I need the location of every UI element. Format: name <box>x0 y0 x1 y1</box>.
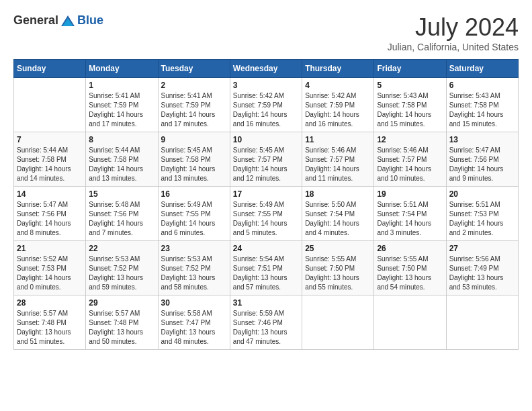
calendar-cell: 22Sunrise: 5:53 AM Sunset: 7:52 PM Dayli… <box>86 241 158 295</box>
calendar-cell: 16Sunrise: 5:49 AM Sunset: 7:55 PM Dayli… <box>158 187 230 241</box>
day-number: 17 <box>233 189 299 199</box>
calendar-cell: 12Sunrise: 5:46 AM Sunset: 7:57 PM Dayli… <box>374 132 446 187</box>
calendar-cell <box>446 295 518 350</box>
day-number: 18 <box>305 189 371 199</box>
day-info: Sunrise: 5:55 AM Sunset: 7:50 PM Dayligh… <box>305 255 371 292</box>
day-info: Sunrise: 5:43 AM Sunset: 7:58 PM Dayligh… <box>449 91 515 129</box>
day-info: Sunrise: 5:58 AM Sunset: 7:47 PM Dayligh… <box>161 309 227 347</box>
calendar-cell: 24Sunrise: 5:54 AM Sunset: 7:51 PM Dayli… <box>230 241 302 295</box>
calendar-cell: 2Sunrise: 5:41 AM Sunset: 7:59 PM Daylig… <box>158 78 230 132</box>
calendar-week-row: 1Sunrise: 5:41 AM Sunset: 7:59 PM Daylig… <box>14 78 519 132</box>
day-number: 22 <box>89 244 154 253</box>
day-info: Sunrise: 5:51 AM Sunset: 7:54 PM Dayligh… <box>377 200 443 238</box>
month-year: July 2024 <box>388 13 519 42</box>
day-info: Sunrise: 5:54 AM Sunset: 7:51 PM Dayligh… <box>233 255 299 292</box>
day-number: 12 <box>377 135 443 144</box>
day-info: Sunrise: 5:50 AM Sunset: 7:54 PM Dayligh… <box>305 200 371 238</box>
calendar-cell: 18Sunrise: 5:50 AM Sunset: 7:54 PM Dayli… <box>302 187 374 241</box>
day-number: 27 <box>449 244 515 253</box>
day-number: 20 <box>449 189 515 199</box>
day-info: Sunrise: 5:44 AM Sunset: 7:58 PM Dayligh… <box>17 146 83 183</box>
day-info: Sunrise: 5:41 AM Sunset: 7:59 PM Dayligh… <box>161 91 227 129</box>
day-info: Sunrise: 5:56 AM Sunset: 7:49 PM Dayligh… <box>449 255 515 292</box>
day-number: 7 <box>17 135 83 144</box>
calendar-cell: 5Sunrise: 5:43 AM Sunset: 7:58 PM Daylig… <box>374 78 446 132</box>
weekday-header: Saturday <box>446 60 518 78</box>
day-number: 10 <box>233 135 299 144</box>
day-info: Sunrise: 5:57 AM Sunset: 7:48 PM Dayligh… <box>17 309 83 347</box>
day-number: 23 <box>161 244 227 253</box>
weekday-header: Monday <box>86 60 158 78</box>
day-number: 25 <box>305 244 371 253</box>
day-info: Sunrise: 5:49 AM Sunset: 7:55 PM Dayligh… <box>161 200 227 238</box>
day-number: 1 <box>89 81 154 90</box>
calendar-cell: 1Sunrise: 5:41 AM Sunset: 7:59 PM Daylig… <box>86 78 158 132</box>
calendar-body: 1Sunrise: 5:41 AM Sunset: 7:59 PM Daylig… <box>14 78 519 350</box>
day-number: 29 <box>89 298 154 308</box>
calendar-week-row: 7Sunrise: 5:44 AM Sunset: 7:58 PM Daylig… <box>14 132 519 187</box>
day-info: Sunrise: 5:44 AM Sunset: 7:58 PM Dayligh… <box>89 146 154 183</box>
location: Julian, California, United States <box>388 42 519 52</box>
day-number: 31 <box>233 298 299 308</box>
day-info: Sunrise: 5:41 AM Sunset: 7:59 PM Dayligh… <box>89 91 154 129</box>
day-info: Sunrise: 5:47 AM Sunset: 7:56 PM Dayligh… <box>17 200 83 238</box>
day-info: Sunrise: 5:43 AM Sunset: 7:58 PM Dayligh… <box>377 91 443 129</box>
day-number: 9 <box>161 135 227 144</box>
calendar-cell: 15Sunrise: 5:48 AM Sunset: 7:56 PM Dayli… <box>86 187 158 241</box>
calendar-cell: 9Sunrise: 5:45 AM Sunset: 7:58 PM Daylig… <box>158 132 230 187</box>
calendar-table: SundayMondayTuesdayWednesdayThursdayFrid… <box>13 59 519 350</box>
day-number: 28 <box>17 298 83 308</box>
logo-general: General <box>13 13 58 28</box>
calendar-cell: 7Sunrise: 5:44 AM Sunset: 7:58 PM Daylig… <box>14 132 86 187</box>
calendar-cell <box>302 295 374 350</box>
weekday-header: Tuesday <box>158 60 230 78</box>
calendar-cell: 19Sunrise: 5:51 AM Sunset: 7:54 PM Dayli… <box>374 187 446 241</box>
logo: General Blue <box>13 13 103 28</box>
day-info: Sunrise: 5:53 AM Sunset: 7:52 PM Dayligh… <box>161 255 227 292</box>
day-number: 14 <box>17 189 83 199</box>
weekday-header: Friday <box>374 60 446 78</box>
day-number: 13 <box>449 135 515 144</box>
weekday-header: Thursday <box>302 60 374 78</box>
calendar-cell <box>374 295 446 350</box>
calendar-cell: 8Sunrise: 5:44 AM Sunset: 7:58 PM Daylig… <box>86 132 158 187</box>
day-number: 4 <box>305 81 371 90</box>
day-info: Sunrise: 5:59 AM Sunset: 7:46 PM Dayligh… <box>233 309 299 347</box>
day-info: Sunrise: 5:46 AM Sunset: 7:57 PM Dayligh… <box>377 146 443 183</box>
day-info: Sunrise: 5:48 AM Sunset: 7:56 PM Dayligh… <box>89 200 154 238</box>
calendar-week-row: 21Sunrise: 5:52 AM Sunset: 7:53 PM Dayli… <box>14 241 519 295</box>
day-number: 19 <box>377 189 443 199</box>
calendar-header-row: SundayMondayTuesdayWednesdayThursdayFrid… <box>14 60 519 78</box>
calendar-cell: 20Sunrise: 5:51 AM Sunset: 7:53 PM Dayli… <box>446 187 518 241</box>
day-number: 11 <box>305 135 371 144</box>
page-header: General Blue July 2024 Julian, Californi… <box>13 13 519 52</box>
day-number: 8 <box>89 135 154 144</box>
weekday-header: Wednesday <box>230 60 302 78</box>
calendar-cell: 6Sunrise: 5:43 AM Sunset: 7:58 PM Daylig… <box>446 78 518 132</box>
day-number: 24 <box>233 244 299 253</box>
calendar-cell: 27Sunrise: 5:56 AM Sunset: 7:49 PM Dayli… <box>446 241 518 295</box>
day-number: 30 <box>161 298 227 308</box>
calendar-cell: 17Sunrise: 5:49 AM Sunset: 7:55 PM Dayli… <box>230 187 302 241</box>
day-number: 21 <box>17 244 83 253</box>
calendar-cell: 23Sunrise: 5:53 AM Sunset: 7:52 PM Dayli… <box>158 241 230 295</box>
day-number: 16 <box>161 189 227 199</box>
calendar-cell: 21Sunrise: 5:52 AM Sunset: 7:53 PM Dayli… <box>14 241 86 295</box>
calendar-cell <box>14 78 86 132</box>
calendar-cell: 4Sunrise: 5:42 AM Sunset: 7:59 PM Daylig… <box>302 78 374 132</box>
day-info: Sunrise: 5:49 AM Sunset: 7:55 PM Dayligh… <box>233 200 299 238</box>
calendar-cell: 14Sunrise: 5:47 AM Sunset: 7:56 PM Dayli… <box>14 187 86 241</box>
calendar-cell: 29Sunrise: 5:57 AM Sunset: 7:48 PM Dayli… <box>86 295 158 350</box>
calendar-cell: 31Sunrise: 5:59 AM Sunset: 7:46 PM Dayli… <box>230 295 302 350</box>
weekday-header: Sunday <box>14 60 86 78</box>
day-number: 3 <box>233 81 299 90</box>
logo-icon <box>60 14 76 28</box>
day-info: Sunrise: 5:42 AM Sunset: 7:59 PM Dayligh… <box>305 91 371 129</box>
calendar-cell: 30Sunrise: 5:58 AM Sunset: 7:47 PM Dayli… <box>158 295 230 350</box>
day-number: 26 <box>377 244 443 253</box>
calendar-cell: 25Sunrise: 5:55 AM Sunset: 7:50 PM Dayli… <box>302 241 374 295</box>
calendar-week-row: 28Sunrise: 5:57 AM Sunset: 7:48 PM Dayli… <box>14 295 519 350</box>
day-info: Sunrise: 5:47 AM Sunset: 7:56 PM Dayligh… <box>449 146 515 183</box>
day-info: Sunrise: 5:45 AM Sunset: 7:58 PM Dayligh… <box>161 146 227 183</box>
day-number: 6 <box>449 81 515 90</box>
